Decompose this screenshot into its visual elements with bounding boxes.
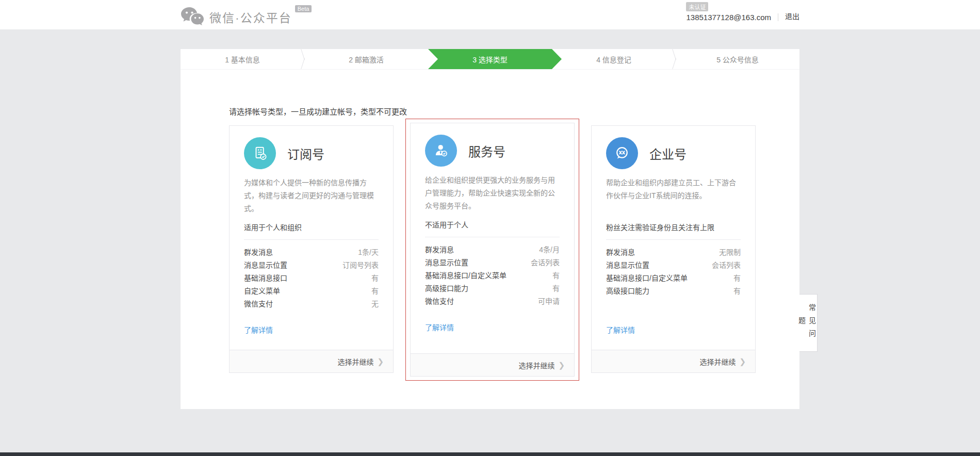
card-divider xyxy=(425,237,560,237)
details-link[interactable]: 了解详情 xyxy=(606,324,635,335)
header: 微信·公众平台 Beta 未认证 13851377128@163.com 退出 xyxy=(0,0,980,29)
feature-row: 群发消息 无限制 xyxy=(606,246,741,259)
account-email: 13851377128@163.com xyxy=(686,13,771,22)
feature-row: 微信支付 无 xyxy=(244,298,379,311)
bottom-bar xyxy=(0,452,980,456)
wechat-logo-icon xyxy=(181,6,204,28)
logo-text: 微信·公众平台 xyxy=(209,8,292,26)
chevron-right-icon: ❯ xyxy=(558,361,565,369)
step-5-account-info: 5 公众号信息 xyxy=(676,49,799,69)
type-selection-notice: 请选择帐号类型，一旦成功建立帐号，类型不可更改 xyxy=(229,106,756,117)
card-divider xyxy=(244,239,379,240)
chevron-right-icon: ❯ xyxy=(377,357,384,365)
faq-side-tab[interactable]: 常见问题 xyxy=(799,294,818,352)
account-type-cards: 订阅号 为媒体和个人提供一种新的信息传播方式，构建与读者之间更好的沟通与管理模式… xyxy=(229,125,756,381)
service-account-card: 服务号 给企业和组织提供更强大的业务服务与用户管理能力，帮助企业快速实现全新的公… xyxy=(410,123,575,377)
card-title: 订阅号 xyxy=(287,144,324,162)
subscription-account-card: 订阅号 为媒体和个人提供一种新的信息传播方式，构建与读者之间更好的沟通与管理模式… xyxy=(229,125,394,373)
feature-row: 高级接口能力 有 xyxy=(606,285,741,298)
card-description: 帮助企业和组织内部建立员工、上下游合作伙伴与企业IT系统间的连接。 xyxy=(606,176,741,217)
person-check-icon xyxy=(425,135,457,167)
feature-list: 群发消息 无限制 消息显示位置 会话列表 基础消息接口/自定义菜单 有 高级 xyxy=(606,246,741,313)
card-divider xyxy=(606,239,741,240)
feature-row: 基础消息接口 有 xyxy=(244,272,379,285)
feature-row: 消息显示位置 会话列表 xyxy=(606,259,741,272)
select-and-continue-button[interactable]: 选择并继续 ❯ xyxy=(411,353,574,376)
step-1-basic-info: 1 基本信息 xyxy=(181,49,304,69)
feature-row: 群发消息 1条/天 xyxy=(244,246,379,259)
chat-link-icon xyxy=(606,137,638,169)
document-check-icon xyxy=(244,137,276,169)
details-link[interactable]: 了解详情 xyxy=(425,322,454,332)
feature-row: 自定义菜单 有 xyxy=(244,285,379,298)
card-description: 给企业和组织提供更强大的业务服务与用户管理能力，帮助企业快速实现全新的公众号服务… xyxy=(425,174,560,214)
auth-status-badge: 未认证 xyxy=(686,2,708,11)
select-and-continue-button[interactable]: 选择并继续 ❯ xyxy=(230,350,393,372)
main-panel: 1 基本信息 2 邮箱激活 3 选择类型 4 信息登记 5 公众号信息 请选择帐… xyxy=(181,49,799,409)
beta-badge: Beta xyxy=(295,5,312,12)
feature-list: 群发消息 1条/天 消息显示位置 订阅号列表 基础消息接口 有 自定义菜单 xyxy=(244,246,379,313)
feature-row: 基础消息接口/自定义菜单 有 xyxy=(425,269,560,282)
select-and-continue-button[interactable]: 选择并继续 ❯ xyxy=(592,350,755,372)
account-divider xyxy=(778,13,778,21)
card-audience-note: 适用于个人和组织 xyxy=(244,222,379,232)
details-link[interactable]: 了解详情 xyxy=(244,324,273,335)
logo: 微信·公众平台 Beta xyxy=(181,1,312,28)
step-4-info-registration: 4 信息登记 xyxy=(552,49,676,69)
highlight-outline: 服务号 给企业和组织提供更强大的业务服务与用户管理能力，帮助企业快速实现全新的公… xyxy=(405,119,579,381)
card-audience-note: 不适用于个人 xyxy=(425,219,560,230)
feature-row: 消息显示位置 订阅号列表 xyxy=(244,259,379,272)
card-title: 企业号 xyxy=(649,144,687,162)
chevron-right-icon: ❯ xyxy=(739,357,746,365)
enterprise-account-card: 企业号 帮助企业和组织内部建立员工、上下游合作伙伴与企业IT系统间的连接。 粉丝… xyxy=(591,125,756,373)
feature-list: 群发消息 4条/月 消息显示位置 会话列表 基础消息接口/自定义菜单 有 xyxy=(425,243,560,311)
step-2-email-activation: 2 邮箱激活 xyxy=(304,49,428,69)
card-description: 为媒体和个人提供一种新的信息传播方式，构建与读者之间更好的沟通与管理模式。 xyxy=(244,176,379,217)
card-title: 服务号 xyxy=(468,142,505,160)
feature-row: 群发消息 4条/月 xyxy=(425,243,560,256)
feature-row: 消息显示位置 会话列表 xyxy=(425,256,560,269)
logout-link[interactable]: 退出 xyxy=(785,11,799,21)
feature-row: 基础消息接口/自定义菜单 有 xyxy=(606,272,741,285)
feature-row: 高级接口能力 有 xyxy=(425,282,560,295)
account-area: 未认证 13851377128@163.com 退出 xyxy=(686,2,799,27)
feature-row: 微信支付 可申请 xyxy=(425,295,560,308)
step-3-choose-type: 3 选择类型 xyxy=(428,49,562,69)
wizard-stepbar: 1 基本信息 2 邮箱激活 3 选择类型 4 信息登记 5 公众号信息 xyxy=(181,49,799,70)
card-audience-note: 粉丝关注需验证身份且关注有上限 xyxy=(606,222,741,232)
